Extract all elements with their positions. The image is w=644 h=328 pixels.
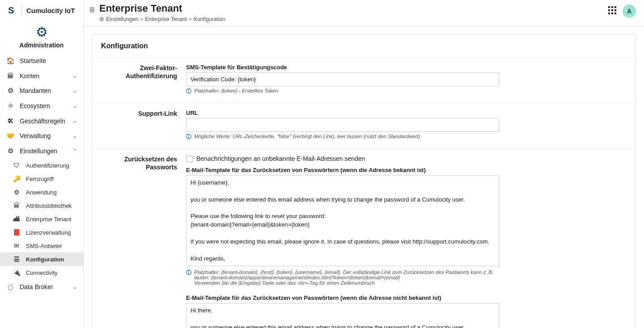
- nav-sub-connectivity-label: Connectivity: [26, 269, 58, 276]
- notify-unknown-checkbox[interactable]: [186, 156, 193, 162]
- chevron-down-icon: ⌄: [73, 103, 77, 109]
- info-icon: ⓘ: [186, 134, 191, 140]
- plug-icon: 🔌: [13, 269, 21, 276]
- chevron-down-icon: ⌄: [73, 118, 77, 124]
- avatar-initial: A: [627, 8, 631, 15]
- nav-sub-enterprise[interactable]: 🏙 Enterprise Tenant: [0, 212, 83, 226]
- nav-sub-auth[interactable]: 🛡 Authentifizierung: [0, 159, 83, 172]
- nav-home[interactable]: 🏠 Startseite: [0, 53, 83, 68]
- toggle-sidebar-button[interactable]: ≣: [89, 3, 95, 14]
- svg-rect-4: [611, 9, 613, 11]
- topbar-actions: A: [608, 3, 636, 18]
- section-pwreset: Zurücksetzen des Passworts Benachrichtig…: [92, 149, 636, 328]
- nav-sub-attrlib-label: Attributsbibliothek: [26, 202, 72, 209]
- nav-sub-application[interactable]: ⚙ Anwendung: [0, 185, 83, 199]
- gear-icon: ⚙: [6, 147, 14, 155]
- nav-databroker-label: Data Broker: [20, 283, 53, 290]
- key-icon: 🔑: [13, 175, 21, 182]
- atom-icon: ⚛: [6, 102, 14, 110]
- support-url-help-text: Mögliche Werte: URL-Zeichenkette, "false…: [194, 134, 420, 140]
- brand-separator: [21, 4, 22, 16]
- pwreset-unknown-label: E-Mail-Template für das Zurücksetzen von…: [186, 294, 499, 301]
- nav-sub-config[interactable]: ☰ Konfiguration: [0, 252, 83, 266]
- sms-template-help-text: Platzhalter: {token} - Erstelltes Token: [194, 88, 278, 95]
- nav-sub-config-label: Konfiguration: [26, 256, 64, 263]
- store-icon: 🏛: [6, 72, 14, 80]
- section-pwreset-label: Zurücksetzen des Passworts: [101, 155, 177, 328]
- nav-ecosystem-label: Ecosystem: [20, 102, 50, 109]
- book-icon: 📕: [13, 229, 21, 236]
- config-card: Konfiguration Zwei-Faktor-Authentifizier…: [92, 34, 636, 328]
- pwreset-known-help-text: Platzhalter: {tenant-domain}, {host}, {t…: [194, 269, 499, 286]
- section-support: Support-Link URL ⓘ Mögliche Werte: URL-Z…: [92, 103, 636, 149]
- nav-sub-remote[interactable]: 🔑 Fernzugriff: [0, 172, 83, 185]
- crumb-enterprise[interactable]: Enterprise Tenant: [145, 16, 187, 22]
- pwreset-unknown-textarea[interactable]: [186, 303, 499, 328]
- chevron-down-icon: ⌄: [73, 88, 77, 94]
- svg-rect-0: [608, 6, 610, 8]
- pwreset-known-textarea[interactable]: [186, 175, 499, 266]
- nav-sub-license[interactable]: 📕 Lizenzverwaltung: [0, 226, 83, 239]
- pwreset-known-help: ⓘ Platzhalter: {tenant-domain}, {host}, …: [186, 269, 499, 286]
- home-icon: 🏠: [6, 57, 14, 65]
- nav-business-rules[interactable]: 🛠 Geschäftsregeln ⌄: [0, 114, 83, 128]
- product-logo-icon: S: [5, 4, 17, 16]
- nav-ecosystem[interactable]: ⚛ Ecosystem ⌄: [0, 98, 83, 114]
- crumb-sep: >: [140, 16, 143, 22]
- nav-management[interactable]: 🤝 Verwaltung ⌄: [0, 128, 83, 143]
- field-url-label: URL: [186, 109, 499, 116]
- nav-tenants-label: Mandanten: [20, 87, 51, 94]
- field-sms-template-label: SMS-Template für Bestätigungscode: [186, 64, 499, 71]
- sidebar-nav: 🏠 Startseite 🏛 Konten ⌄ ⚙ Mandanten ⌄ ⚛ …: [0, 53, 83, 328]
- nav-accounts[interactable]: 🏛 Konten ⌄: [0, 68, 83, 83]
- support-url-help: ⓘ Mögliche Werte: URL-Zeichenkette, "fal…: [186, 134, 499, 140]
- app-switcher-block[interactable]: ⚙ Administration: [0, 21, 83, 53]
- svg-rect-5: [614, 9, 616, 11]
- topbar: ≣ Enterprise Tenant ⚙ Einstellungen > En…: [84, 0, 644, 26]
- nav-home-label: Startseite: [20, 57, 46, 64]
- shield-icon: 🛡: [13, 162, 21, 169]
- notify-unknown-label: Benachrichtigungen an unbekannte E-Mail-…: [196, 155, 365, 162]
- user-avatar[interactable]: A: [623, 4, 636, 18]
- sms-template-help: ⓘ Platzhalter: {token} - Erstelltes Toke…: [186, 88, 499, 95]
- gear-icon: ⚙: [13, 189, 21, 196]
- gear-icon: ⚙: [6, 87, 14, 95]
- svg-rect-2: [614, 6, 616, 8]
- circle-dashed-icon: ◌: [6, 283, 14, 291]
- section-twofa-label: Zwei-Faktor-Authentifizierung: [101, 64, 177, 95]
- svg-rect-6: [608, 13, 610, 14]
- app-name-label: Administration: [0, 42, 83, 49]
- page-title: Enterprise Tenant: [99, 3, 604, 14]
- topbar-titles: Enterprise Tenant ⚙ Einstellungen > Ente…: [99, 3, 604, 22]
- nav-tenants[interactable]: ⚙ Mandanten ⌄: [0, 83, 83, 98]
- info-icon: ⓘ: [186, 88, 191, 95]
- nav-sub-auth-label: Authentifizierung: [26, 162, 69, 169]
- nav-sub-enterprise-label: Enterprise Tenant: [26, 216, 72, 223]
- sms-template-input[interactable]: [186, 72, 499, 86]
- nav-sub-license-label: Lizenzverwaltung: [26, 229, 71, 236]
- nav-mgmt-label: Verwaltung: [20, 132, 51, 139]
- crumb-settings[interactable]: Einstellungen: [106, 16, 138, 22]
- gear-icon: ⚙: [99, 16, 104, 22]
- nav-settings[interactable]: ⚙ Einstellungen ⌃: [0, 143, 83, 159]
- chevron-up-icon: ⌃: [73, 148, 77, 154]
- nav-sub-connectivity[interactable]: 🔌 Connectivity: [0, 266, 83, 279]
- nav-data-broker[interactable]: ◌ Data Broker ⌄: [0, 279, 83, 294]
- sidebar: S Cumulocity IoT ⚙ Administration 🏠 Star…: [0, 0, 84, 328]
- breadcrumb: ⚙ Einstellungen > Enterprise Tenant > Ko…: [99, 16, 604, 22]
- notify-unknown-checkbox-row[interactable]: Benachrichtigungen an unbekannte E-Mail-…: [186, 155, 499, 162]
- chevron-down-icon: ⌄: [73, 133, 77, 139]
- wrench-icon: 🛠: [6, 117, 14, 125]
- nav-sub-remote-label: Fernzugriff: [26, 176, 54, 182]
- nav-rules-label: Geschäftsregeln: [20, 118, 65, 125]
- content-scroll[interactable]: Konfiguration Zwei-Faktor-Authentifizier…: [84, 26, 644, 328]
- envelope-icon: ✉: [13, 242, 21, 249]
- nav-sub-sms[interactable]: ✉ SMS-Anbieter: [0, 239, 83, 252]
- brand-row: S Cumulocity IoT: [0, 0, 83, 21]
- svg-rect-7: [611, 13, 613, 14]
- nav-sub-attrlib[interactable]: 🏛 Attributsbibliothek: [0, 199, 83, 212]
- support-url-input[interactable]: [186, 118, 499, 132]
- svg-rect-8: [614, 13, 616, 14]
- app-switcher-icon[interactable]: [608, 6, 616, 17]
- library-icon: 🏛: [13, 202, 21, 209]
